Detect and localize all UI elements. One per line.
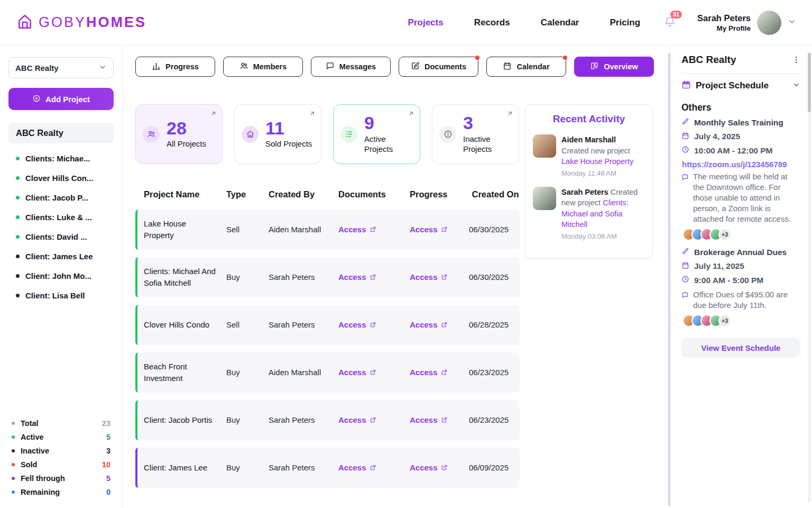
card-sold-projects[interactable]: 11 Sold Projects xyxy=(234,104,321,164)
bell-icon xyxy=(663,21,676,30)
status-dot xyxy=(16,215,20,219)
arrow-up-right-icon[interactable] xyxy=(309,110,316,119)
document-edit-icon xyxy=(411,61,420,72)
sidebar-item-label: Client: John Mo... xyxy=(25,271,91,280)
activity-project-link[interactable]: Lake House Property xyxy=(561,157,633,166)
documents-access-link[interactable]: Access xyxy=(338,225,410,234)
brand-name: GOBYHOMES xyxy=(39,14,146,31)
column-header: Documents xyxy=(338,189,410,200)
tab-messages[interactable]: Messages xyxy=(311,57,391,77)
arrow-up-right-icon[interactable] xyxy=(408,110,414,119)
people-icon xyxy=(143,126,160,143)
card-active-projects[interactable]: 9 Active Projects xyxy=(333,104,420,164)
stat-label: Active xyxy=(21,433,44,441)
progress-access-link[interactable]: Access xyxy=(410,368,469,377)
event-note-row: The meeting will be held at the Downtown… xyxy=(681,171,800,224)
clock-icon xyxy=(681,275,689,286)
project-name: Clover Hills Condo xyxy=(144,319,226,331)
stat-value: 0 xyxy=(106,488,110,496)
user-menu[interactable]: Sarah Peters My Profile xyxy=(697,11,796,35)
chevron-down-icon xyxy=(98,63,107,73)
sidebar-item-project[interactable]: Clients: Luke & ... xyxy=(8,207,114,227)
people-icon xyxy=(239,61,248,72)
left-sidebar: ABC Realty Add Project ABC Realty Client… xyxy=(0,46,123,508)
documents-access-link[interactable]: Access xyxy=(338,320,410,329)
event-date-row: July 11, 2025 xyxy=(681,261,800,272)
chevron-down-icon[interactable] xyxy=(788,17,796,28)
event-note-row: Office Dues of $495.00 are due before Ju… xyxy=(681,289,800,311)
event-date: July 4, 2025 xyxy=(694,132,740,142)
created-on: 06/23/2025 xyxy=(469,368,522,377)
main-scrollbar[interactable] xyxy=(668,53,670,506)
tab-overview[interactable]: Overview xyxy=(574,57,654,77)
created-on: 06/09/2025 xyxy=(469,463,522,472)
card-inactive-projects[interactable]: 3 Inactive Projects xyxy=(432,104,519,164)
sidebar-item-project[interactable]: Clover Hills Con... xyxy=(8,168,114,188)
tab-documents[interactable]: Documents xyxy=(399,57,478,77)
arrow-up-right-icon[interactable] xyxy=(506,110,513,119)
sidebar-item-project[interactable]: Client: Lisa Bell xyxy=(8,286,114,305)
tab-members[interactable]: Members xyxy=(223,57,303,77)
sidebar-item-project[interactable]: Client: James Lee xyxy=(8,247,114,266)
notifications-button[interactable]: 31 xyxy=(663,15,676,30)
table-row: Client: James Lee Buy Sarah Peters Acces… xyxy=(135,448,520,488)
card-value: 9 xyxy=(364,114,414,133)
user-avatar[interactable] xyxy=(757,11,781,35)
tab-progress[interactable]: Progress xyxy=(135,57,215,77)
tab-calendar[interactable]: Calendar xyxy=(486,57,566,77)
column-header: Created By xyxy=(269,189,338,200)
progress-access-link[interactable]: Access xyxy=(410,415,469,424)
documents-access-link[interactable]: Access xyxy=(338,415,410,424)
sidebar-item-project[interactable]: Client: John Mo... xyxy=(8,266,114,286)
external-link-icon xyxy=(370,464,376,471)
sidebar-item-label: Clients: David ... xyxy=(25,232,87,241)
nav-calendar[interactable]: Calendar xyxy=(541,17,579,28)
org-select[interactable]: ABC Realty xyxy=(8,57,114,78)
right-panel: ABC Realty Project Schedule Others Month… xyxy=(669,46,812,508)
project-stats: Total23 Active5 Inactive3 Sold10 Fell th… xyxy=(8,419,114,500)
documents-access-link[interactable]: Access xyxy=(338,273,410,282)
event-attendees: +3 xyxy=(682,228,800,241)
stat-inactive: Inactive3 xyxy=(12,447,110,455)
more-attendees-badge: +3 xyxy=(718,228,731,241)
project-type: Buy xyxy=(226,368,269,377)
progress-access-link[interactable]: Access xyxy=(410,320,469,329)
project-name: Client: James Lee xyxy=(144,462,226,474)
activity-time: Monday 11:48 AM xyxy=(561,169,645,177)
arrow-up-right-icon[interactable] xyxy=(210,110,217,119)
status-dot xyxy=(16,196,20,199)
nav-projects[interactable]: Projects xyxy=(408,17,444,28)
card-all-projects[interactable]: 28 All Projects xyxy=(135,104,223,164)
page-scrollbar-thumb[interactable] xyxy=(808,53,811,112)
add-project-button[interactable]: Add Project xyxy=(8,88,114,110)
sidebar-item-project[interactable]: Client: Jacob P... xyxy=(8,188,114,207)
nav-records[interactable]: Records xyxy=(474,17,510,28)
avatar xyxy=(533,134,556,158)
kebab-menu-icon[interactable] xyxy=(792,56,800,64)
created-on: 06/30/2025 xyxy=(469,225,522,234)
progress-access-link[interactable]: Access xyxy=(410,225,469,234)
sidebar-heading: ABC Realty xyxy=(8,123,114,143)
view-event-schedule-button[interactable]: View Event Schedule xyxy=(681,338,800,358)
column-header: Progress xyxy=(410,189,469,200)
documents-access-link[interactable]: Access xyxy=(338,463,410,472)
progress-access-link[interactable]: Access xyxy=(410,273,469,282)
nav-pricing[interactable]: Pricing xyxy=(610,17,640,28)
projects-table: Project Name Type Created By Documents P… xyxy=(135,189,520,488)
event-date: July 11, 2025 xyxy=(694,261,744,271)
bar-chart-icon xyxy=(152,61,161,72)
chevron-down-icon[interactable] xyxy=(792,81,800,91)
progress-access-link[interactable]: Access xyxy=(410,463,469,472)
sidebar-item-project[interactable]: Clients: Michae... xyxy=(8,149,114,168)
event-note: The meeting will be held at the Downtown… xyxy=(693,171,800,224)
status-dot xyxy=(12,491,15,494)
status-dot xyxy=(16,255,20,258)
add-project-label: Add Project xyxy=(45,95,90,104)
sidebar-item-project[interactable]: Clients: David ... xyxy=(8,227,114,247)
created-by: Sarah Peters xyxy=(269,273,338,282)
project-schedule-toggle[interactable]: Project Schedule xyxy=(681,80,800,92)
status-dot xyxy=(12,463,15,466)
documents-access-link[interactable]: Access xyxy=(338,368,410,377)
page-scrollbar-track[interactable] xyxy=(808,52,811,503)
event-zoom-link[interactable]: https://zoom.us/j/123456789 xyxy=(682,160,800,169)
